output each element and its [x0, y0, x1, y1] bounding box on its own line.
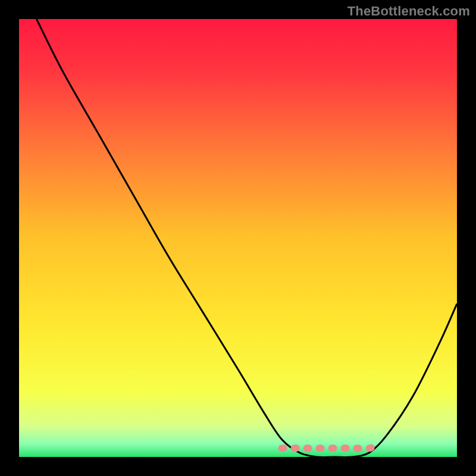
gradient-background: [19, 19, 457, 457]
chart-frame: TheBottleneck.com: [0, 0, 476, 476]
plot-area: [19, 19, 457, 457]
bottleneck-chart: [19, 19, 457, 457]
watermark-text: TheBottleneck.com: [347, 4, 470, 19]
